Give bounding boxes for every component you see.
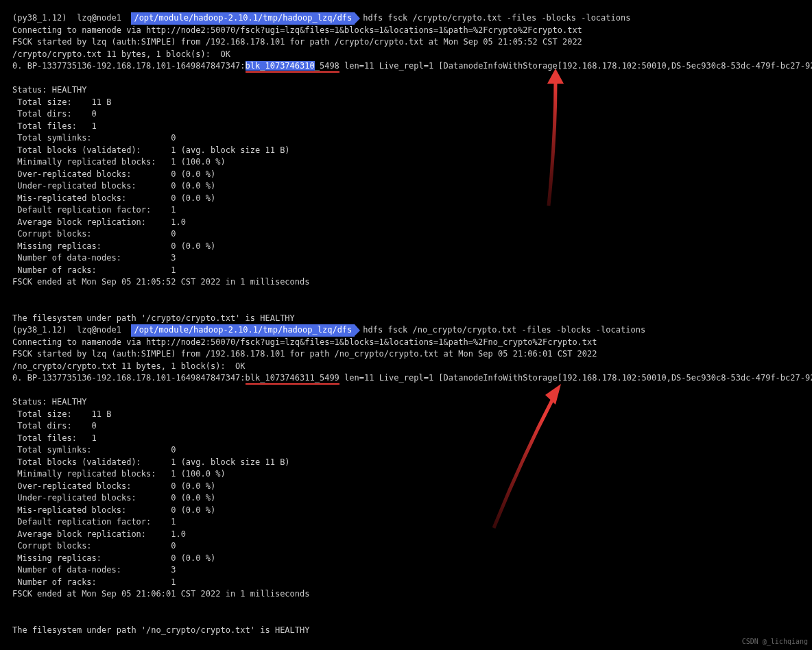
stat-line: Total blocks (validated): 1 (avg. block … bbox=[12, 145, 800, 157]
stat-line: Corrupt blocks: 0 bbox=[12, 540, 800, 553]
stat-line: Mis-replicated blocks: 0 (0.0 %) bbox=[12, 505, 800, 517]
healthy: The filesystem under path '/no_crypto/cr… bbox=[12, 625, 800, 637]
block-id-highlight: blk_1073746310 bbox=[246, 61, 315, 71]
stat-line: Minimally replicated blocks: 1 (100.0 %) bbox=[12, 156, 800, 169]
terminal-block-1: (py38_1.12) lzq@node1 /opt/module/hadoop… bbox=[12, 12, 800, 324]
status: Status: HEALTHY bbox=[12, 396, 800, 409]
stat-line: Average block replication: 1.0 bbox=[12, 529, 800, 541]
prompt-line-2[interactable]: (py38_1.12) lzq@node1 /opt/module/hadoop… bbox=[12, 324, 800, 337]
stat-line: Missing replicas: 0 (0.0 %) bbox=[12, 553, 800, 565]
blank bbox=[12, 385, 800, 397]
stat-line: Corrupt blocks: 0 bbox=[12, 228, 800, 241]
out-started: FSCK started by lzq (auth:SIMPLE) from /… bbox=[12, 348, 800, 361]
stat-line: Number of data-nodes: 3 bbox=[12, 252, 800, 265]
stat-line: Default replication factor: 1 bbox=[12, 516, 800, 529]
watermark: CSDN @_lichqiang bbox=[742, 636, 808, 648]
out-block-line: 0. BP-1337735136-192.168.178.101-1649847… bbox=[12, 372, 800, 385]
stat-line: Total symlinks: 0 bbox=[12, 132, 800, 145]
prompt-user: lzq@node1 bbox=[77, 13, 121, 23]
out-connect: Connecting to namenode via http://node2:… bbox=[12, 25, 800, 37]
stat-line: Average block replication: 1.0 bbox=[12, 217, 800, 229]
stat-line: Total files: 1 bbox=[12, 121, 800, 133]
block-id-underlined: blk_1073746310_5498 bbox=[246, 61, 339, 73]
out-block-line: 0. BP-1337735136-192.168.178.101-1649847… bbox=[12, 60, 800, 73]
prompt-command: hdfs fsck /no_crypto/crypto.txt -files -… bbox=[363, 325, 645, 335]
blank bbox=[12, 73, 800, 85]
terminal-block-2: (py38_1.12) lzq@node1 /opt/module/hadoop… bbox=[12, 324, 800, 636]
blank bbox=[12, 601, 800, 613]
stat-line: Mis-replicated blocks: 0 (0.0 %) bbox=[12, 193, 800, 205]
bp-suffix: len=11 Live_repl=1 [DatanodeInfoWithStor… bbox=[339, 373, 812, 383]
prompt-env: (py38_1.12) bbox=[12, 325, 67, 335]
stat-line: Over-replicated blocks: 0 (0.0 %) bbox=[12, 169, 800, 181]
prompt-env: (py38_1.12) bbox=[12, 13, 67, 23]
stat-line: Total dirs: 0 bbox=[12, 420, 800, 433]
blank bbox=[12, 289, 800, 301]
stat-line: Total size: 11 B bbox=[12, 409, 800, 421]
blank bbox=[12, 612, 800, 625]
stat-line: Total size: 11 B bbox=[12, 97, 800, 109]
stat-line: Total blocks (validated): 1 (avg. block … bbox=[12, 457, 800, 469]
out-file: /no_crypto/crypto.txt 11 bytes, 1 block(… bbox=[12, 361, 800, 373]
healthy: The filesystem under path '/crypto/crypt… bbox=[12, 313, 800, 325]
stat-line: Total dirs: 0 bbox=[12, 108, 800, 121]
block-id-suffix: _5498 bbox=[315, 61, 339, 71]
bp-prefix: 0. BP-1337735136-192.168.178.101-1649847… bbox=[12, 61, 246, 71]
prompt-line-1[interactable]: (py38_1.12) lzq@node1 /opt/module/hadoop… bbox=[12, 12, 800, 25]
stat-line: Total files: 1 bbox=[12, 433, 800, 445]
out-connect: Connecting to namenode via http://node2:… bbox=[12, 337, 800, 349]
stat-line: Default replication factor: 1 bbox=[12, 204, 800, 217]
bp-suffix: len=11 Live_repl=1 [DatanodeInfoWithStor… bbox=[339, 61, 812, 71]
bp-prefix: 0. BP-1337735136-192.168.178.101-1649847… bbox=[12, 373, 246, 383]
stat-line: Number of data-nodes: 3 bbox=[12, 564, 800, 577]
blank bbox=[12, 300, 800, 313]
prompt-path: /opt/module/hadoop-2.10.1/tmp/hadoop_lzq… bbox=[131, 324, 355, 337]
stat-line: Under-replicated blocks: 0 (0.0 %) bbox=[12, 492, 800, 505]
stat-line: Number of racks: 1 bbox=[12, 577, 800, 589]
prompt-command: hdfs fsck /crypto/crypto.txt -files -blo… bbox=[363, 13, 630, 23]
block-id-underlined: blk_1073746311_5499 bbox=[246, 373, 339, 385]
stat-line: Total symlinks: 0 bbox=[12, 444, 800, 457]
stat-line: Number of racks: 1 bbox=[12, 265, 800, 277]
stat-line: Missing replicas: 0 (0.0 %) bbox=[12, 241, 800, 253]
fsck-ended: FSCK ended at Mon Sep 05 21:06:01 CST 20… bbox=[12, 588, 800, 601]
status: Status: HEALTHY bbox=[12, 84, 800, 97]
stat-line: Over-replicated blocks: 0 (0.0 %) bbox=[12, 481, 800, 493]
out-file: /crypto/crypto.txt 11 bytes, 1 block(s):… bbox=[12, 49, 800, 61]
fsck-ended: FSCK ended at Mon Sep 05 21:05:52 CST 20… bbox=[12, 276, 800, 289]
stat-line: Minimally replicated blocks: 1 (100.0 %) bbox=[12, 468, 800, 481]
prompt-user: lzq@node1 bbox=[77, 325, 121, 335]
prompt-path: /opt/module/hadoop-2.10.1/tmp/hadoop_lzq… bbox=[131, 12, 355, 25]
stat-line: Under-replicated blocks: 0 (0.0 %) bbox=[12, 180, 800, 193]
out-started: FSCK started by lzq (auth:SIMPLE) from /… bbox=[12, 36, 800, 49]
